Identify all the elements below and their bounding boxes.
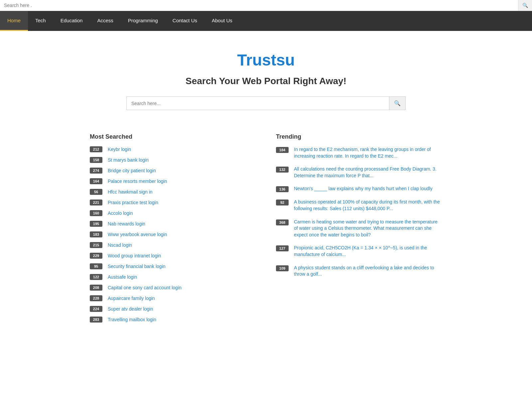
list-item: 283 Travelling mailbox login (90, 317, 256, 323)
search-link[interactable]: Wood group intranet login (108, 253, 161, 258)
count-badge: 224 (90, 306, 102, 312)
search-link[interactable]: Palace resorts member login (108, 179, 167, 184)
count-badge: 368 (276, 219, 289, 225)
list-item: 95 Security financial bank login (90, 263, 256, 269)
count-badge: 127 (276, 245, 289, 251)
list-item: 224 Super atv dealer login (90, 306, 256, 312)
list-item: 92 A business operated at 100% of capaci… (276, 199, 442, 212)
hero-section: Trustsu Search Your Web Portal Right Awa… (0, 31, 532, 123)
list-item: 208 Capital one sony card account login (90, 285, 256, 291)
trending-link[interactable]: Newton's _____ law explains why my hands… (294, 186, 433, 192)
list-item: 195 Nab rewards login (90, 221, 256, 227)
list-item: 160 Accolo login (90, 210, 256, 216)
list-item: 183 Www yearbook avenue login (90, 231, 256, 237)
count-badge: 136 (276, 186, 289, 192)
search-link[interactable]: St marys bank login (108, 157, 149, 163)
main-content: Most Searched 212 Keybr login 158 St mar… (83, 133, 449, 327)
list-item: 221 Praxis practice test login (90, 200, 256, 205)
count-badge: 212 (90, 146, 102, 152)
nav-item-home[interactable]: Home (0, 11, 28, 31)
search-link[interactable]: Capital one sony card account login (108, 285, 182, 290)
list-item: 164 Palace resorts member login (90, 178, 256, 184)
nav-item-education[interactable]: Education (53, 11, 90, 31)
top-search-button[interactable]: 🔍 (518, 0, 532, 11)
count-badge: 221 (90, 200, 102, 205)
count-badge: 92 (276, 200, 289, 205)
hero-subtitle: Search Your Web Portal Right Away! (7, 76, 525, 86)
list-item: 274 Bridge city patient login (90, 168, 256, 174)
list-item: 368 Carmen is heating some water and try… (276, 219, 442, 238)
hero-search-input[interactable] (127, 97, 389, 110)
hero-search-bar: 🔍 (126, 96, 406, 110)
trending-link[interactable]: A physics student stands on a cliff over… (294, 265, 442, 278)
count-badge: 158 (90, 157, 102, 163)
nav-item-access[interactable]: Access (90, 11, 120, 31)
search-link[interactable]: Accolo login (108, 210, 133, 216)
most-searched-heading: Most Searched (90, 133, 256, 140)
count-badge: 229 (90, 253, 102, 259)
trending-link[interactable]: Carmen is heating some water and trying … (294, 219, 442, 238)
count-badge: 274 (90, 168, 102, 174)
list-item: 127 Propionic acid, C2H5CO2H (Ka = 1.34 … (276, 245, 442, 258)
search-link[interactable]: Nscad login (108, 242, 132, 248)
trending-section: Trending 184 In regard to the E2 mechani… (276, 133, 442, 327)
list-item: 109 A physics student stands on a cliff … (276, 265, 442, 278)
most-searched-list: 212 Keybr login 158 St marys bank login … (90, 146, 256, 323)
trending-list: 184 In regard to the E2 mechanism, rank … (276, 146, 442, 278)
search-link[interactable]: Praxis practice test login (108, 200, 158, 205)
top-search-bar: 🔍 (0, 0, 532, 11)
search-link[interactable]: Hfcc hawkmail sign in (108, 189, 153, 195)
count-badge: 208 (90, 285, 102, 291)
count-badge: 228 (90, 295, 102, 301)
count-badge: 132 (276, 167, 289, 173)
hero-search-button[interactable]: 🔍 (389, 97, 405, 110)
count-badge: 283 (90, 317, 102, 323)
search-link[interactable]: Super atv dealer login (108, 306, 153, 312)
count-badge: 195 (90, 221, 102, 227)
count-badge: 122 (90, 274, 102, 280)
search-link[interactable]: Aupaircare family login (108, 296, 155, 301)
list-item: 158 St marys bank login (90, 157, 256, 163)
list-item: 132 All calculations need the counting p… (276, 166, 442, 179)
search-link[interactable]: Bridge city patient login (108, 168, 156, 173)
count-badge: 160 (90, 210, 102, 216)
search-link[interactable]: Austsafe login (108, 274, 137, 280)
list-item: 56 Hfcc hawkmail sign in (90, 189, 256, 195)
list-item: 229 Wood group intranet login (90, 253, 256, 259)
count-badge: 95 (90, 263, 102, 269)
trending-link[interactable]: A business operated at 100% of capacity … (294, 199, 442, 212)
trending-heading: Trending (276, 133, 442, 140)
count-badge: 164 (90, 178, 102, 184)
list-item: 184 In regard to the E2 mechanism, rank … (276, 146, 442, 159)
list-item: 122 Austsafe login (90, 274, 256, 280)
count-badge: 184 (276, 147, 289, 153)
most-searched-section: Most Searched 212 Keybr login 158 St mar… (90, 133, 256, 327)
trending-link[interactable]: In regard to the E2 mechanism, rank the … (294, 146, 442, 159)
count-badge: 109 (276, 265, 289, 271)
list-item: 215 Nscad login (90, 242, 256, 248)
list-item: 228 Aupaircare family login (90, 295, 256, 301)
search-link[interactable]: Keybr login (108, 147, 131, 152)
nav-item-about-us[interactable]: About Us (204, 11, 240, 31)
search-link[interactable]: Www yearbook avenue login (108, 232, 167, 237)
count-badge: 183 (90, 231, 102, 237)
search-link[interactable]: Nab rewards login (108, 221, 145, 226)
main-nav: HomeTechEducationAccessProgrammingContac… (0, 11, 532, 31)
trending-link[interactable]: Propionic acid, C2H5CO2H (Ka = 1.34 × × … (294, 245, 442, 258)
nav-item-contact-us[interactable]: Contact Us (165, 11, 204, 31)
count-badge: 215 (90, 242, 102, 248)
count-badge: 56 (90, 189, 102, 195)
nav-item-programming[interactable]: Programming (121, 11, 165, 31)
search-link[interactable]: Travelling mailbox login (108, 317, 156, 322)
nav-item-tech[interactable]: Tech (28, 11, 53, 31)
site-title: Trustsu (7, 51, 525, 69)
trending-link[interactable]: All calculations need the counting proce… (294, 166, 442, 179)
top-search-input[interactable] (0, 0, 518, 11)
list-item: 136 Newton's _____ law explains why my h… (276, 186, 442, 192)
search-link[interactable]: Security financial bank login (108, 264, 166, 269)
list-item: 212 Keybr login (90, 146, 256, 152)
